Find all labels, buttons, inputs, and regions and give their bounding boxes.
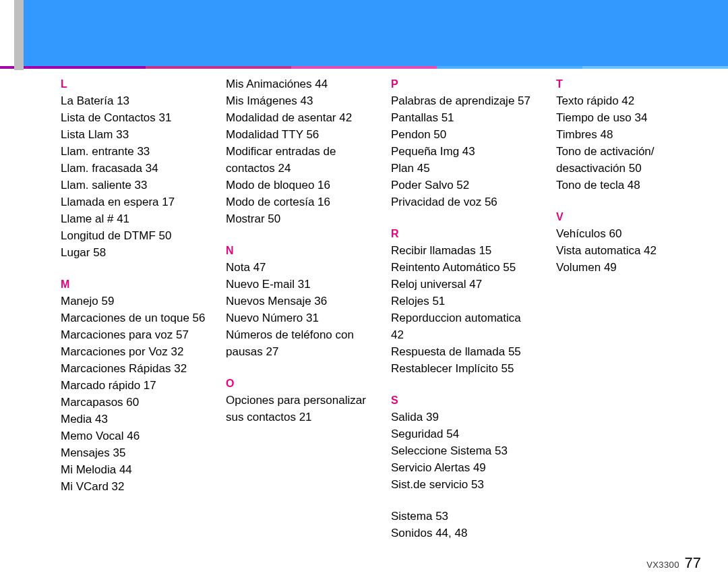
index-entry: Llam. entrante 33	[61, 143, 206, 160]
index-entry: Longitud de DTMF 50	[61, 227, 206, 244]
index-entry: Seguridad 54	[391, 425, 536, 442]
index-entry: Marcaciones por Voz 32	[61, 343, 206, 360]
index-letter-r: R	[391, 225, 536, 242]
index-letter-l: L	[61, 76, 206, 92]
index-entry: Modo de bloqueo 16	[226, 177, 371, 194]
index-letter-o: O	[226, 375, 371, 392]
index-entry: Timbres 48	[556, 126, 701, 143]
index-entry: Pendon 50	[391, 126, 536, 143]
index-entry: Privacidad de voz 56	[391, 194, 536, 210]
index-entry: Opciones para personalizar sus contactos…	[226, 392, 371, 425]
index-section-t: TTexto rápido 42Tiempo de uso 34Timbres …	[556, 76, 701, 194]
index-entry: Tiempo de uso 34	[556, 109, 701, 126]
index-entry: Llamada en espera 17	[61, 194, 206, 210]
index-entry: Vista automatica 42	[556, 242, 701, 259]
index-entry: Llam. fracasada 34	[61, 160, 206, 177]
index-entry: Tono de tecla 48	[556, 177, 701, 194]
index-entry: Recibir llamadas 15	[391, 242, 536, 259]
index-section-l: LLa Batería 13Lista de Contactos 31Lista…	[61, 76, 206, 261]
index-entry: Modificar entradas de contactos 24	[226, 143, 371, 177]
index-entry: Poder Salvo 52	[391, 177, 536, 194]
index-entry: Lugar 58	[61, 244, 206, 261]
index-section-v: VVehículos 60Vista automatica 42Volumen …	[556, 208, 701, 276]
index-entry: Pantallas 51	[391, 109, 536, 126]
index-entry: Llame al # 41	[61, 210, 206, 227]
index-entry: Relojes 51	[391, 293, 536, 310]
index-entry: Sonidos 44, 48	[391, 525, 536, 541]
index-section-m: MManejo 59Marcaciones de un toque 56Marc…	[61, 276, 206, 495]
index-section-cont: Sistema 53Sonidos 44, 48	[391, 508, 536, 541]
page-number: 77	[685, 554, 701, 571]
index-entry: Volumen 49	[556, 259, 701, 276]
index-content: LLa Batería 13Lista de Contactos 31Lista…	[61, 76, 701, 548]
index-section-cont: Mis Animaciónes 44Mis Imágenes 43Modalid…	[226, 76, 371, 227]
index-letter-t: T	[556, 76, 701, 92]
index-section-r: RRecibir llamadas 15Reintento Automático…	[391, 225, 536, 377]
index-entry: Mensajes 35	[61, 444, 206, 461]
header-gutter-tail	[14, 66, 24, 70]
index-entry: Modalidad TTY 56	[226, 126, 371, 143]
index-entry: Respuesta de llamada 55	[391, 343, 536, 360]
index-entry: Vehículos 60	[556, 225, 701, 242]
index-entry: Reintento Automático 55	[391, 259, 536, 276]
accent-line	[0, 66, 728, 69]
index-section-s: SSalida 39Seguridad 54Seleccione Sistema…	[391, 392, 536, 493]
index-entry: Mostrar 50	[226, 210, 371, 227]
index-entry: Lista de Contactos 31	[61, 109, 206, 126]
index-entry: Mis Animaciónes 44	[226, 76, 371, 92]
index-entry: Mi Melodia 44	[61, 461, 206, 478]
index-entry: Marcaciones Rápidas 32	[61, 360, 206, 377]
index-letter-p: P	[391, 76, 536, 92]
header-blue	[24, 0, 728, 66]
index-entry: Mi VCard 32	[61, 478, 206, 495]
index-letter-n: N	[226, 242, 371, 259]
index-entry: Marcaciones para voz 57	[61, 326, 206, 343]
index-entry: Marcado rápido 17	[61, 377, 206, 394]
index-entry: Nuevo E-mail 31	[226, 276, 371, 293]
index-entry: Nuevos Mensaje 36	[226, 293, 371, 310]
index-section-n: NNota 47Nuevo E-mail 31Nuevos Mensaje 36…	[226, 242, 371, 360]
index-entry: La Batería 13	[61, 92, 206, 109]
index-entry: Nuevo Número 31	[226, 310, 371, 326]
index-entry: Sistema 53	[391, 508, 536, 525]
page: LLa Batería 13Lista de Contactos 31Lista…	[0, 0, 728, 588]
header-band	[0, 0, 728, 66]
index-entry: Modalidad de asentar 42	[226, 109, 371, 126]
index-entry: Palabras de aprendizaje 57	[391, 92, 536, 109]
index-entry: Llam. saliente 33	[61, 177, 206, 194]
index-entry: Salida 39	[391, 409, 536, 425]
index-entry: Media 43	[61, 411, 206, 428]
index-entry: Mis Imágenes 43	[226, 92, 371, 109]
index-entry: Plan 45	[391, 160, 536, 177]
index-entry: Pequeña Img 43	[391, 143, 536, 160]
index-section-o: OOpciones para personalizar sus contacto…	[226, 375, 371, 425]
index-entry: Texto rápido 42	[556, 92, 701, 109]
model-label: VX3300	[646, 560, 679, 570]
index-entry: Lista Llam 33	[61, 126, 206, 143]
index-entry: Nota 47	[226, 259, 371, 276]
index-entry: Números de teléfono con pausas 27	[226, 326, 371, 360]
index-letter-m: M	[61, 276, 206, 293]
page-footer: VX3300 77	[646, 554, 701, 572]
index-entry: Seleccione Sistema 53	[391, 442, 536, 459]
index-entry: Reporduccion automatica 42	[391, 310, 536, 343]
index-entry: Tono de activación/ desactivación 50	[556, 143, 701, 177]
index-entry: Marcaciones de un toque 56	[61, 310, 206, 326]
index-entry: Marcapasos 60	[61, 394, 206, 411]
index-entry: Modo de cortesía 16	[226, 194, 371, 210]
index-letter-s: S	[391, 392, 536, 409]
index-letter-v: V	[556, 208, 701, 225]
index-section-p: PPalabras de aprendizaje 57Pantallas 51P…	[391, 76, 536, 210]
index-entry: Manejo 59	[61, 293, 206, 310]
header-gutter	[0, 0, 24, 66]
index-entry: Restablecer Implícito 55	[391, 360, 536, 377]
index-entry: Memo Vocal 46	[61, 428, 206, 444]
index-entry: Servicio Alertas 49	[391, 459, 536, 476]
index-entry: Reloj universal 47	[391, 276, 536, 293]
index-entry: Sist.de servicio 53	[391, 476, 536, 493]
